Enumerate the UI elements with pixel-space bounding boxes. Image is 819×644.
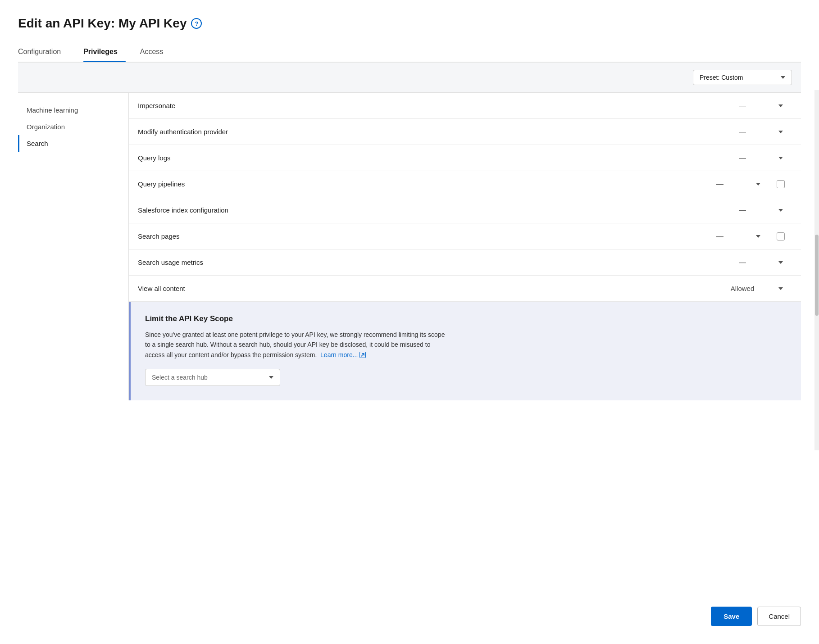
- row-dropdown-salesforce-index[interactable]: [769, 209, 792, 212]
- scrollbar-track[interactable]: [814, 90, 819, 450]
- tabs-bar: Configuration Privileges Access: [18, 43, 801, 63]
- row-value-view-all-content: Allowed: [715, 285, 769, 292]
- row-value-impersonate: —: [715, 102, 769, 110]
- page-title: Edit an API Key: My API Key: [18, 16, 187, 31]
- preset-label: Preset: Custom: [700, 74, 743, 81]
- row-dropdown-impersonate[interactable]: [769, 104, 792, 107]
- learn-more-link[interactable]: Learn more...: [320, 350, 366, 360]
- table-row: Search pages —: [129, 223, 801, 249]
- chevron-down-icon: [778, 104, 783, 107]
- row-value-query-pipelines: —: [693, 180, 747, 188]
- row-value-search-pages: —: [693, 232, 747, 240]
- chevron-down-icon: [756, 235, 760, 238]
- table-row: Impersonate —: [129, 93, 801, 119]
- row-checkbox-query-pipelines[interactable]: [769, 180, 792, 188]
- row-value-modify-auth: —: [715, 128, 769, 136]
- top-bar: Preset: Custom: [18, 63, 801, 93]
- search-hub-dropdown[interactable]: Select a search hub: [145, 369, 280, 386]
- checkbox-icon[interactable]: [777, 232, 785, 240]
- tab-configuration[interactable]: Configuration: [18, 43, 69, 63]
- row-dropdown-query-logs[interactable]: [769, 157, 792, 159]
- table-row: Search usage metrics —: [129, 249, 801, 276]
- limit-scope-description: Since you've granted at least one potent…: [145, 330, 451, 360]
- row-label-search-usage-metrics: Search usage metrics: [138, 251, 715, 273]
- row-label-modify-auth: Modify authentication provider: [138, 121, 715, 143]
- sidebar-item-search[interactable]: Search: [18, 135, 128, 152]
- row-label-query-pipelines: Query pipelines: [138, 173, 693, 195]
- main-content: Impersonate — Modify authentication prov…: [128, 93, 801, 400]
- limit-scope-title: Limit the API Key Scope: [145, 314, 787, 323]
- table-row: Query logs —: [129, 145, 801, 171]
- row-dropdown-query-pipelines[interactable]: [747, 183, 769, 186]
- limit-scope-section: Limit the API Key Scope Since you've gra…: [129, 302, 801, 400]
- tab-access[interactable]: Access: [140, 43, 172, 63]
- scrollbar-thumb[interactable]: [815, 235, 819, 316]
- table-row: Salesforce index configuration —: [129, 197, 801, 223]
- row-label-search-pages: Search pages: [138, 225, 693, 247]
- preset-dropdown[interactable]: Preset: Custom: [693, 70, 792, 85]
- chevron-down-icon: [778, 131, 783, 133]
- row-value-query-logs: —: [715, 154, 769, 162]
- checkbox-icon[interactable]: [777, 180, 785, 188]
- row-label-query-logs: Query logs: [138, 147, 715, 169]
- chevron-down-icon: [756, 183, 760, 186]
- sidebar-item-organization[interactable]: Organization: [18, 118, 128, 135]
- row-dropdown-view-all-content[interactable]: [769, 287, 792, 290]
- table-row: View all content Allowed: [129, 276, 801, 302]
- chevron-down-icon: [778, 209, 783, 212]
- row-dropdown-modify-auth[interactable]: [769, 131, 792, 133]
- search-hub-placeholder: Select a search hub: [152, 374, 208, 381]
- table-row: Query pipelines —: [129, 171, 801, 197]
- chevron-down-icon: [778, 261, 783, 264]
- row-label-impersonate: Impersonate: [138, 95, 715, 117]
- row-label-view-all-content: View all content: [138, 277, 715, 299]
- chevron-down-icon: [778, 287, 783, 290]
- row-checkbox-search-pages[interactable]: [769, 232, 792, 240]
- chevron-down-icon: [778, 157, 783, 159]
- footer-buttons: Save Cancel: [711, 607, 801, 626]
- preset-chevron-icon: [781, 76, 785, 79]
- cancel-button[interactable]: Cancel: [757, 607, 801, 626]
- privileges-table: Impersonate — Modify authentication prov…: [129, 93, 801, 400]
- external-link-icon: [359, 352, 366, 358]
- sidebar-item-machine-learning[interactable]: Machine learning: [18, 102, 128, 118]
- tab-privileges[interactable]: Privileges: [83, 43, 126, 63]
- table-row: Modify authentication provider —: [129, 119, 801, 145]
- row-dropdown-search-usage-metrics[interactable]: [769, 261, 792, 264]
- content-area: Machine learning Organization Search Imp…: [18, 93, 801, 400]
- sidebar: Machine learning Organization Search: [18, 93, 128, 400]
- row-value-search-usage-metrics: —: [715, 259, 769, 267]
- save-button[interactable]: Save: [711, 607, 752, 626]
- row-label-salesforce-index: Salesforce index configuration: [138, 199, 715, 221]
- search-hub-chevron-icon: [269, 376, 273, 379]
- row-value-salesforce-index: —: [715, 206, 769, 214]
- help-icon[interactable]: ?: [191, 18, 202, 29]
- row-dropdown-search-pages[interactable]: [747, 235, 769, 238]
